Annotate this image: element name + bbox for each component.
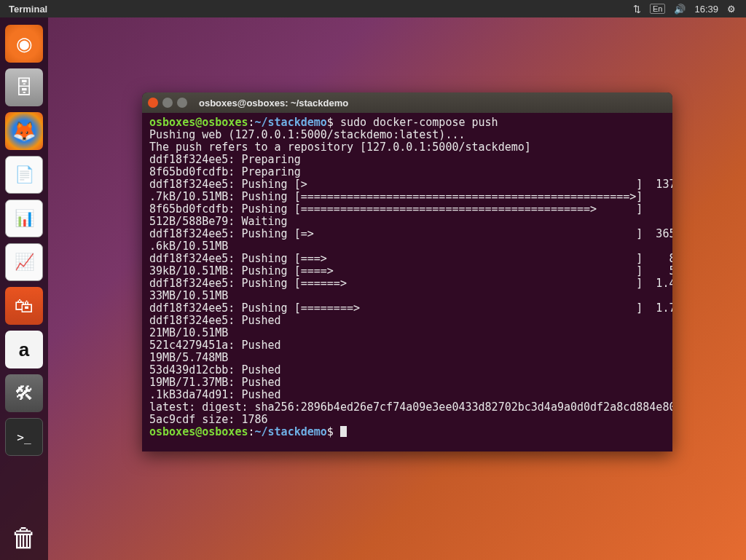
entered-command: sudo docker-compose push (340, 116, 498, 129)
output-line: 19MB/5.748MB (149, 351, 228, 364)
output-line: 8f65bd0fcdfb: Preparing (149, 165, 301, 178)
output-line: .6kB/10.51MB (149, 240, 228, 253)
prompt-userhost: osboxes@osboxes (149, 116, 248, 129)
unity-launcher: ◉ 🗄 🦊 📄 📊 📈 🛍 a 🛠 >_ 🗑 (0, 17, 48, 560)
output-line: 521c4279451a: Pushed (149, 339, 281, 352)
window-maximize-icon[interactable] (177, 98, 187, 108)
output-line: 5ac9cdf size: 1786 (149, 413, 268, 426)
output-line: 8f65bd0fcdfb: Pushing [=================… (149, 202, 643, 216)
launcher-ubuntu-software[interactable]: 🛍 (5, 287, 43, 325)
launcher-libreoffice-writer[interactable]: 📄 (5, 156, 43, 194)
launcher-amazon[interactable]: a (5, 331, 43, 368)
output-line: .7kB/10.51MB: Pushing [=================… (149, 190, 643, 203)
keyboard-layout-indicator[interactable]: En (650, 4, 665, 14)
output-line: 53d439d12cbb: Pushed (149, 363, 281, 376)
launcher-firefox[interactable]: 🦊 (5, 112, 43, 150)
window-close-icon[interactable] (148, 98, 158, 108)
window-minimize-icon[interactable] (162, 98, 173, 108)
launcher-libreoffice-calc[interactable]: 📊 (5, 200, 43, 237)
output-line: ddf18f324ee5: Pushing [======> ] 1.4 (149, 277, 672, 290)
clock[interactable]: 16:39 (694, 4, 718, 15)
output-line: The push refers to a repository [127.0.0… (149, 141, 531, 154)
output-line: 33MB/10.51MB (149, 289, 228, 302)
output-line: ddf18f324ee5: Pushing [========> ] 1.7 (149, 301, 672, 315)
prompt-userhost: osboxes@osboxes (149, 425, 248, 438)
output-line: ddf18f324ee5: Pushing [=> ] 365 (149, 227, 672, 240)
launcher-libreoffice-impress[interactable]: 📈 (5, 243, 43, 281)
top-panel: Terminal ⇅ En 🔊 16:39 ⚙ (0, 0, 746, 17)
output-line: 512B/588Be79: Waiting (149, 215, 288, 228)
terminal-window: osboxes@osboxes: ~/stackdemo osboxes@osb… (142, 92, 672, 451)
prompt-path: ~/stackdemo (255, 425, 327, 438)
output-line: Pushing web (127.0.0.1:5000/stackdemo:la… (149, 128, 465, 141)
terminal-cursor (340, 426, 347, 437)
launcher-ubuntu-dash[interactable]: ◉ (5, 25, 43, 63)
output-line: 21MB/10.51MB (149, 326, 228, 339)
prompt-path: ~/stackdemo (255, 116, 327, 129)
terminal-body[interactable]: osboxes@osboxes:~/stackdemo$ sudo docker… (142, 113, 672, 451)
terminal-titlebar[interactable]: osboxes@osboxes: ~/stackdemo (142, 92, 672, 113)
network-icon[interactable]: ⇅ (633, 4, 641, 15)
active-app-label: Terminal (9, 4, 47, 15)
output-line: ddf18f324ee5: Pushing [> ] 137 (149, 178, 672, 191)
launcher-trash[interactable]: 🗑 (5, 519, 43, 557)
launcher-terminal[interactable]: >_ (5, 418, 43, 456)
output-line: ddf18f324ee5: Preparing (149, 153, 301, 166)
terminal-title: osboxes@osboxes: ~/stackdemo (199, 98, 348, 109)
sound-icon[interactable]: 🔊 (674, 4, 686, 15)
output-line: 19MB/71.37MB: Pushed (149, 376, 281, 389)
output-line: ddf18f324ee5: Pushing [===> ] 8 (149, 252, 672, 265)
output-line: .1kB3da74d91: Pushed (149, 388, 281, 401)
output-line: 39kB/10.51MB: Pushing [====> ] 5 (149, 264, 672, 277)
launcher-system-settings[interactable]: 🛠 (5, 374, 43, 412)
output-line: latest: digest: sha256:2896b4ed26e7cf74a… (149, 401, 672, 414)
output-line: ddf18f324ee5: Pushed (149, 314, 281, 327)
launcher-files[interactable]: 🗄 (5, 68, 43, 106)
session-gear-icon[interactable]: ⚙ (727, 4, 736, 15)
